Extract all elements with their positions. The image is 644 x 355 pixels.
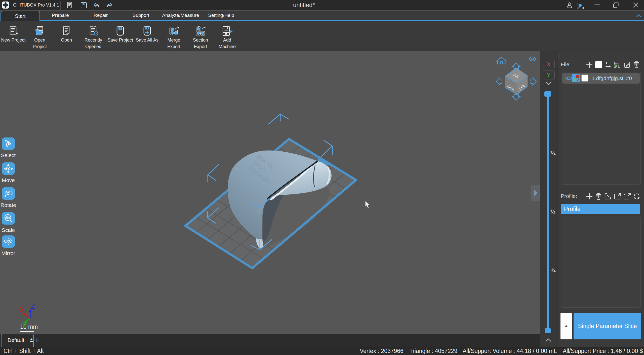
svg-text:X: X [20,305,25,314]
svg-text:Z: Z [31,302,35,310]
svg-text:10 mm: 10 mm [20,324,38,330]
